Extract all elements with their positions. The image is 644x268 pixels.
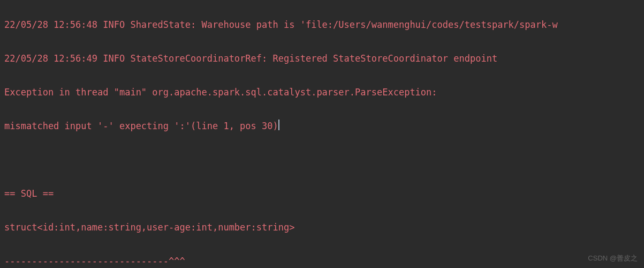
empty-line — [4, 152, 640, 168]
log-line: 22/05/28 12:56:48 INFO SharedState: Ware… — [4, 17, 640, 33]
sql-header: == SQL == — [4, 185, 640, 202]
sql-marker: ------------------------------^^^ — [4, 253, 640, 268]
error-message: mismatched input '-' expecting ':'(line … — [4, 118, 640, 135]
log-line: 22/05/28 12:56:49 INFO StateStoreCoordin… — [4, 50, 640, 67]
exception-line: Exception in thread "main" org.apache.sp… — [4, 84, 640, 101]
text-cursor — [278, 120, 279, 130]
terminal-output: 22/05/28 12:56:48 INFO SharedState: Ware… — [0, 0, 644, 268]
sql-struct: struct<id:int,name:string,user-age:int,n… — [4, 219, 640, 236]
watermark: CSDN @善皮之 — [588, 252, 638, 265]
error-text: mismatched input '-' expecting ':'(line … — [4, 121, 278, 131]
